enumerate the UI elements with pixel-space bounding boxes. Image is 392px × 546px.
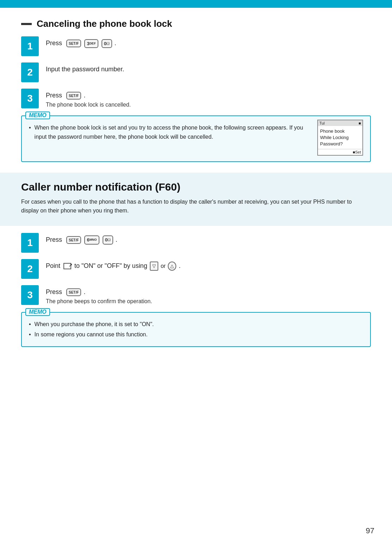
memo-body-2: • When you purchase the phone, it is set… xyxy=(29,320,363,339)
or-text: or xyxy=(161,263,167,269)
step2-number: 2 xyxy=(21,62,39,82)
memo-item-1-text: When the phone book lock is set and you … xyxy=(35,123,312,141)
jog-up-icon: △ xyxy=(168,262,176,271)
s2-step3-content: Press SET/F . The phone beeps to confirm… xyxy=(46,285,371,305)
step1-text: Press SET/F 3DEF 0(.) . xyxy=(46,38,371,48)
memo-text-part: • When the phone book lock is set and yo… xyxy=(29,123,312,143)
memo2-item-1-text: When you purchase the phone, it is set t… xyxy=(35,320,154,329)
step3-content: Press SET/F . The phone book lock is can… xyxy=(46,89,371,108)
step3-text: Press SET/F . xyxy=(46,91,371,100)
section-bullet xyxy=(21,23,32,25)
section2-title: Caller number notification (F60) xyxy=(21,181,371,193)
memo-body-1: • When the phone book lock is set and yo… xyxy=(29,123,363,156)
step2-row: 2 Input the password number. xyxy=(21,62,371,82)
memo-item-1: • When the phone book lock is set and yo… xyxy=(29,123,312,141)
s2-step3-text: Press SET/F . xyxy=(46,287,371,297)
step1-number: 1 xyxy=(21,36,39,56)
phone-screen-header: Tul ■ xyxy=(318,120,362,126)
section1-title: Canceling the phone book lock xyxy=(37,18,172,29)
s2-step3-sub: The phone beeps to confirm the operation… xyxy=(46,298,371,305)
section2-background: Caller number notification (F60) For cas… xyxy=(0,173,392,226)
section1-header: Canceling the phone book lock xyxy=(21,18,371,29)
cursor-icon: ↗ xyxy=(63,263,71,269)
s2-key-setf-1: SET/F xyxy=(66,236,81,244)
memo2-item-2-text: In some regions you cannot use this func… xyxy=(35,330,148,339)
s2-step2-row: 2 Point ↗ to "ON" or "OFF" by using ▽ or… xyxy=(21,259,371,279)
phone-screen: Tul ■ Phone book While Locking Password?… xyxy=(317,120,363,156)
step3-sub: The phone book lock is cancelled. xyxy=(46,102,371,108)
memo2-item-2: • In some regions you cannot use this fu… xyxy=(29,330,363,339)
s2-step1-content: Press SET/F 6MNO 0(.) . xyxy=(46,233,371,245)
step1-content: Press SET/F 3DEF 0(.) . xyxy=(46,36,371,48)
step3-row: 3 Press SET/F . The phone book lock is c… xyxy=(21,89,371,108)
step3-number: 3 xyxy=(21,89,39,108)
phone-screen-body: Phone book While Locking Password? xyxy=(318,126,362,149)
s2-step3-row: 3 Press SET/F . The phone beeps to confi… xyxy=(21,285,371,305)
page-number: 97 xyxy=(366,526,374,535)
phone-line1: Phone book xyxy=(320,128,360,134)
memo2-item-1: • When you purchase the phone, it is set… xyxy=(29,320,363,329)
phone-line3: Password? xyxy=(320,141,360,147)
memo-label-2: MEMO xyxy=(25,308,50,316)
s2-step2-text: Point ↗ to "ON" or "OFF" by using ▽ or △… xyxy=(46,261,371,271)
phone-screen-footer: ■Set xyxy=(318,149,362,155)
s2-step2-number: 2 xyxy=(21,259,39,279)
memo-box-2: MEMO • When you purchase the phone, it i… xyxy=(21,312,371,347)
section2-desc: For cases when you call to the phone tha… xyxy=(21,197,371,215)
s2-step1-text: Press SET/F 6MNO 0(.) . xyxy=(46,235,371,245)
s2-key-6mno: 6MNO xyxy=(84,235,99,245)
jog-down-icon: ▽ xyxy=(150,262,158,271)
key-setf-2: SET/F xyxy=(66,92,81,100)
s2-step2-content: Point ↗ to "ON" or "OFF" by using ▽ or △… xyxy=(46,259,371,271)
key-0dot-1: 0(.) xyxy=(102,39,112,48)
s2-key-setf-3: SET/F xyxy=(66,288,81,296)
phone-line2: While Locking xyxy=(320,134,360,141)
step2-content: Input the password number. xyxy=(46,62,371,74)
s2-step3-number: 3 xyxy=(21,285,39,305)
memo-box-1: MEMO • When the phone book lock is set a… xyxy=(21,115,371,162)
memo-content-with-image: • When the phone book lock is set and yo… xyxy=(29,123,363,156)
key-setf-1: SET/F xyxy=(66,40,81,47)
section1-steps: 1 Press SET/F 3DEF 0(.) . 2 Input the pa… xyxy=(21,36,371,108)
step1-row: 1 Press SET/F 3DEF 0(.) . xyxy=(21,36,371,56)
top-accent-bar xyxy=(0,0,392,8)
section2-steps-container: 1 Press SET/F 6MNO 0(.) . 2 Point ↗ xyxy=(21,233,371,305)
s2-step1-row: 1 Press SET/F 6MNO 0(.) . xyxy=(21,233,371,253)
phone-battery: ■ xyxy=(359,121,361,125)
s2-key-0dot: 0(.) xyxy=(103,235,113,245)
phone-signal: Tul xyxy=(319,121,325,125)
s2-step1-number: 1 xyxy=(21,233,39,253)
key-3def: 3DEF xyxy=(84,39,98,48)
memo-label-1: MEMO xyxy=(25,112,50,119)
step2-text: Input the password number. xyxy=(46,65,371,74)
